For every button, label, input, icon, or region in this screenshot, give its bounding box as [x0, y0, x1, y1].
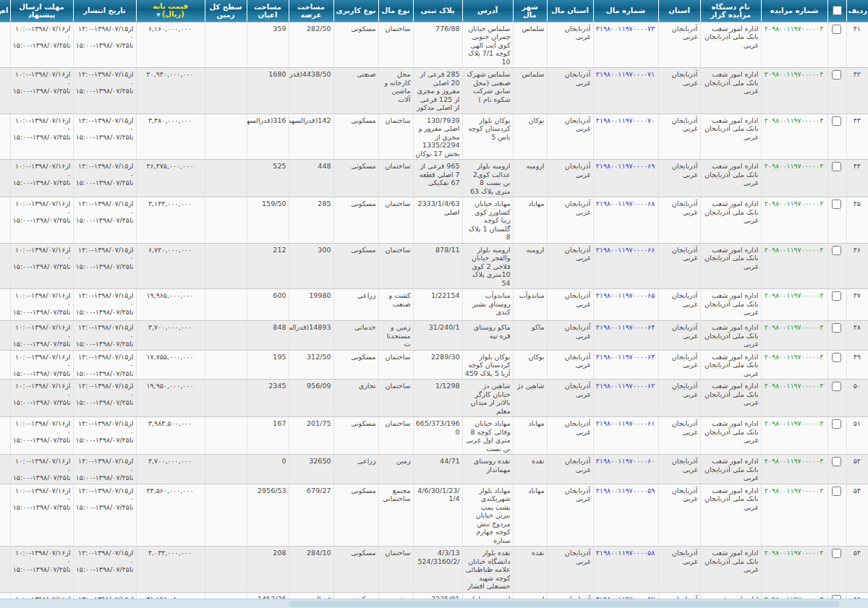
mal-number-link[interactable]: ۲۱۹۸۰۰۱۱۹۷۰۰۰۰۶۸ — [593, 197, 658, 244]
province: آذربایجان غربی — [658, 380, 700, 417]
row-select-cell[interactable] — [827, 160, 846, 197]
row-checkbox[interactable] — [832, 353, 841, 362]
row-select-cell[interactable] — [827, 289, 846, 321]
agency-name: اداره امور شعب بانک ملی آذربایجان غربی — [700, 380, 761, 417]
row-select-cell[interactable] — [827, 243, 846, 289]
row-checkbox[interactable] — [832, 162, 841, 171]
land-area: 14893(قدرالسهم) — [289, 321, 333, 351]
land-area: 679/27 — [289, 484, 333, 547]
row-select-cell[interactable] — [827, 417, 846, 455]
agency-name: اداره امور شعب بانک ملی آذربایجان غربی — [700, 68, 761, 114]
agency-name: اداره امور شعب بانک ملی آذربایجان غربی — [700, 350, 761, 380]
mal-number-link[interactable]: ۲۱۹۸۰۰۱۱۹۷۰۰۰۰۶۵ — [593, 289, 658, 321]
row-checkbox[interactable] — [832, 382, 841, 391]
header-base-price[interactable]: قیمت پایه (ریال)▼ — [136, 0, 205, 22]
mal-number-link[interactable]: ۲۱۹۸۰۰۱۱۹۷۰۰۰۰۶۱ — [593, 417, 658, 455]
mal-number-link[interactable]: ۲۱۹۸۰۰۱۱۹۷۰۰۰۰۶۲ — [593, 380, 658, 417]
row-checkbox[interactable] — [832, 549, 841, 558]
registration-plate: 1/22154 — [413, 289, 462, 321]
table-row: ۴۶ ۲۰۹۸۰۰۱۱۹۷۰۰۰۰۰۴ اداره امور شعب بانک … — [0, 243, 868, 289]
agency-name: اداره امور شعب بانک ملی آذربایجان غربی — [700, 22, 761, 68]
auction-number-link[interactable]: ۲۰۹۸۰۰۱۱۹۷۰۰۰۰۰۴ — [761, 289, 827, 321]
select-all-checkbox[interactable] — [833, 6, 842, 15]
mal-number-link[interactable]: ۲۱۹۸۰۰۱۱۹۷۰۰۰۰۶۳ — [593, 350, 658, 380]
mal-number-link[interactable]: ۲۱۹۸۰۰۱۱۹۷۰۰۰۰۵۹ — [593, 484, 658, 547]
row-checkbox[interactable] — [832, 323, 841, 333]
row-select-cell[interactable] — [827, 547, 846, 593]
land-area: 4438/50(قدرالسهم) — [289, 68, 333, 114]
auction-number-link[interactable]: ۲۰۹۸۰۰۱۱۹۷۰۰۰۰۰۴ — [761, 350, 827, 380]
mal-number-link[interactable]: ۲۱۹۸۰۰۱۱۹۷۰۰۰۰۶۴ — [593, 321, 658, 351]
auction-number-link[interactable]: ۲۰۹۸۰۰۱۱۹۷۰۰۰۰۰۴ — [761, 114, 827, 160]
row-checkbox[interactable] — [832, 419, 841, 429]
registration-plate: 965 فرعی از 7 اصلی قطعه 67 تفکیکی — [413, 160, 462, 197]
building-area: 195 — [247, 350, 289, 380]
province: آذربایجان غربی — [658, 68, 700, 114]
mal-number-link[interactable]: ۲۱۹۸۰۰۱۱۹۷۰۰۰۰۶۶ — [593, 243, 658, 289]
auction-number-link[interactable]: ۲۰۹۸۰۰۱۱۹۷۰۰۰۰۰۴ — [761, 22, 827, 68]
auction-number-link[interactable]: ۲۰۹۸۰۰۱۱۹۷۰۰۰۰۰۴ — [761, 68, 827, 114]
auction-number-link[interactable]: ۲۰۹۸۰۰۱۱۹۷۰۰۰۰۰۴ — [761, 417, 827, 455]
building-area: 525 — [247, 160, 289, 197]
auction-number-link[interactable]: ۲۰۹۸۰۰۱۱۹۷۰۰۰۰۰۴ — [761, 455, 827, 484]
publish-date-range: از۱۳۹۸/۰۷/۱۵-۱۲:۰۰تا۱۳۹۸/۰۷/۲۵-۱۵:۰۰ — [73, 350, 136, 380]
row-select-cell[interactable] — [827, 321, 846, 351]
publish-date-range: از۱۳۹۸/۰۷/۱۵-۱۲:۰۰تا۱۳۹۸/۰۷/۲۵-۱۵:۰۰ — [73, 22, 136, 68]
province: آذربایجان غربی — [658, 197, 700, 244]
address: سلماس شهرک صنعتی (محل سابق شرکت شکوه نام… — [462, 68, 513, 114]
auction-number-link[interactable]: ۲۰۹۸۰۰۱۱۹۷۰۰۰۰۰۴ — [761, 160, 827, 197]
deadline-range: از۱۳۹۸/۰۷/۱۶-۱۰:۰۰تا۱۳۹۸/۰۷/۲۵-۱۵:۰۰ — [10, 321, 73, 351]
province: آذربایجان غربی — [658, 243, 700, 289]
horizontal-scrollbar-thumb[interactable] — [289, 601, 839, 607]
row-select-cell[interactable] — [827, 114, 846, 160]
mal-number-link[interactable]: ۲۱۹۸۰۰۱۱۹۷۰۰۰۰۷۳ — [593, 22, 658, 68]
row-select-cell[interactable] — [827, 484, 846, 547]
mal-province: آذربایجان غربی — [547, 484, 593, 547]
auction-number-link[interactable]: ۲۰۹۸۰۰۱۱۹۷۰۰۰۰۰۴ — [761, 380, 827, 417]
total-land-level — [205, 417, 247, 455]
building-area: 2956/53 — [247, 484, 289, 547]
usage-type: مسکونی — [333, 197, 378, 244]
row-select-cell[interactable] — [827, 380, 846, 417]
province: آذربایجان غربی — [658, 417, 700, 455]
row-select-cell[interactable] — [827, 455, 846, 484]
auction-number-link[interactable]: ۲۰۹۸۰۰۱۱۹۷۰۰۰۰۰۴ — [761, 547, 827, 593]
mal-number-link[interactable]: ۲۱۹۸۰۰۱۱۹۷۰۰۰۰۷۱ — [593, 68, 658, 114]
row-checkbox[interactable] — [832, 457, 841, 466]
address: ارومیه بلوار والفجر خیابان فلاحی 2 کوی 1… — [462, 243, 513, 289]
horizontal-scrollbar[interactable] — [0, 599, 868, 608]
row-checkbox[interactable] — [832, 116, 841, 126]
auction-number-link[interactable]: ۲۰۹۸۰۰۱۱۹۷۰۰۰۰۰۴ — [761, 197, 827, 244]
auction-number-link[interactable]: ۲۰۹۸۰۰۱۱۹۷۰۰۰۰۰۴ — [761, 243, 827, 289]
clipped-cell — [0, 380, 10, 417]
row-checkbox[interactable] — [832, 25, 841, 34]
deadline-range: از۱۳۹۸/۰۷/۱۶-۱۰:۰۰تا۱۳۹۸/۰۷/۲۵-۱۵:۰۰ — [10, 22, 73, 68]
row-select-cell[interactable] — [827, 197, 846, 244]
row-select-cell[interactable] — [827, 22, 846, 68]
mal-number-link[interactable]: ۲۱۹۸۰۰۱۱۹۷۰۰۰۰۶۰ — [593, 455, 658, 484]
row-checkbox[interactable] — [832, 246, 841, 255]
row-checkbox[interactable] — [832, 200, 841, 209]
mal-city: میاندوآب — [513, 289, 547, 321]
row-checkbox[interactable] — [832, 487, 841, 496]
usage-type: مسکونی — [333, 547, 378, 593]
auction-number-link[interactable]: ۲۰۹۸۰۰۱۱۹۷۰۰۰۰۰۴ — [761, 484, 827, 547]
mal-number-link[interactable]: ۲۱۹۸۰۰۱۱۹۷۰۰۰۰۵۸ — [593, 547, 658, 593]
row-select-cell[interactable] — [827, 68, 846, 114]
publish-date-range: از۱۳۹۸/۰۷/۱۵-۱۲:۰۰تا۱۳۹۸/۰۷/۲۵-۱۵:۰۰ — [73, 114, 136, 160]
base-price: ۱۷,۷۵۵,۰۰۰,۰۰۰ — [136, 350, 205, 380]
row-checkbox[interactable] — [832, 291, 841, 301]
mal-number-link[interactable]: ۲۱۹۸۰۰۱۱۹۷۰۰۰۰۷۰ — [593, 114, 658, 160]
usage-type: زراعی — [333, 455, 378, 484]
mal-number-link[interactable]: ۲۱۹۸۰۰۱۱۹۷۰۰۰۰۶۹ — [593, 160, 658, 197]
clipped-cell — [0, 114, 10, 160]
usage-type: صنعتی — [333, 68, 378, 114]
row-number: ۵۰ — [846, 380, 868, 417]
row-number: ۴۴ — [846, 160, 868, 197]
row-number: ۴۶ — [846, 243, 868, 289]
auction-number-link[interactable]: ۲۰۹۸۰۰۱۱۹۷۰۰۰۰۰۴ — [761, 321, 827, 351]
row-checkbox[interactable] — [832, 70, 841, 80]
header-select-all[interactable] — [827, 0, 846, 22]
total-land-level — [205, 484, 247, 547]
row-select-cell[interactable] — [827, 350, 846, 380]
